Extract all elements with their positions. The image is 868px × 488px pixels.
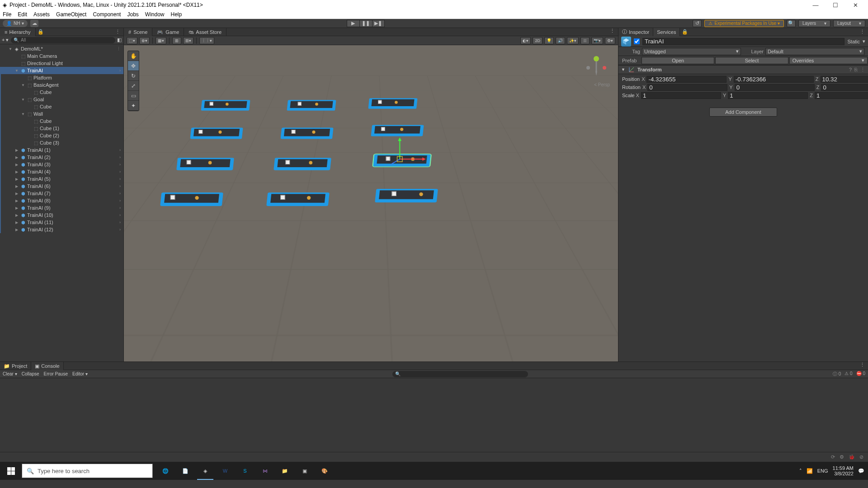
hierarchy-item-cube-w1[interactable]: Cube (1) (0, 125, 123, 132)
tag-dropdown[interactable]: Untagged▾ (642, 48, 741, 55)
hierarchy-item-basicagent[interactable]: ▼BasicAgent (0, 81, 123, 89)
hierarchy-item-directional-light[interactable]: Directional Light (0, 60, 123, 67)
draw-mode-dropdown[interactable]: ◐▾ (520, 37, 531, 44)
hierarchy-item-trainai-3[interactable]: ▶⬢TrainAI (3)› (0, 161, 123, 168)
layers-dropdown[interactable]: Layers▾ (798, 20, 830, 27)
start-button[interactable] (0, 462, 22, 480)
taskbar-search[interactable]: 🔍Type here to search (22, 464, 153, 478)
taskbar-app-word[interactable]: W (215, 462, 235, 480)
bottom-panel-menu[interactable]: ⋮ (857, 362, 868, 370)
menu-window[interactable]: Window (145, 11, 165, 18)
rotation-x-input[interactable] (647, 84, 727, 91)
fx-toggle[interactable]: ✨▾ (567, 37, 579, 44)
console-search[interactable]: 🔍 (392, 371, 528, 377)
minimize-button[interactable]: — (806, 0, 826, 10)
menu-file[interactable]: File (3, 11, 11, 18)
static-dropdown-icon[interactable]: ▾ (863, 38, 865, 44)
hierarchy-item-trainai-10[interactable]: ▶⬢TrainAI (10)› (0, 211, 123, 219)
prefab-select-button[interactable]: Select (715, 57, 788, 64)
platform-instance[interactable] (288, 97, 336, 114)
hierarchy-item-cube[interactable]: Cube (0, 89, 123, 96)
prefab-open-button[interactable]: Open (642, 57, 714, 64)
rotation-z-input[interactable] (821, 84, 868, 91)
menu-assets[interactable]: Assets (33, 11, 50, 18)
panel-lock-icon[interactable]: 🔒 (36, 29, 46, 35)
scale-link-icon[interactable]: ⍟ (630, 93, 633, 98)
menu-help[interactable]: Help (171, 11, 182, 18)
gizmos-dropdown[interactable]: ⚙▾ (605, 37, 615, 44)
platform-instance[interactable] (177, 154, 234, 174)
play-button[interactable]: ▶ (347, 20, 359, 27)
hierarchy-item-trainai-1[interactable]: ▶⬢TrainAI (1)› (0, 146, 123, 154)
hierarchy-item-cube-w2[interactable]: Cube (2) (0, 132, 123, 139)
position-x-input[interactable] (646, 76, 726, 83)
global-search-button[interactable]: 🔍 (787, 20, 796, 27)
platform-instance[interactable] (281, 124, 333, 142)
platform-instance[interactable] (376, 185, 438, 206)
orientation-gizmo[interactable] (583, 53, 610, 80)
console-clear-button[interactable]: Clear ▾ (3, 371, 17, 376)
close-button[interactable]: ✕ (845, 0, 865, 10)
taskbar-app-notepad[interactable]: 📄 (175, 462, 195, 480)
help-icon[interactable]: ? (849, 67, 852, 73)
platform-instance[interactable] (202, 97, 250, 114)
hierarchy-item-trainai-8[interactable]: ▶⬢TrainAI (8)› (0, 197, 123, 204)
console-log-area[interactable] (0, 378, 868, 452)
console-error-pause-button[interactable]: Error Pause (44, 371, 68, 376)
prefab-cube-icon[interactable] (621, 37, 631, 47)
transform-tool[interactable]: ✦ (128, 101, 139, 111)
platform-instance[interactable] (274, 154, 331, 174)
hierarchy-item-trainai-2[interactable]: ▶⬢TrainAI (2)› (0, 154, 123, 161)
camera-flare-toggle[interactable]: 📷▾ (591, 37, 603, 44)
hierarchy-search[interactable]: 🔍All (11, 37, 115, 43)
tab-hierarchy[interactable]: ≡Hierarchy (0, 28, 36, 36)
taskbar-app-chrome[interactable]: 🌐 (156, 462, 175, 480)
component-fold-icon[interactable]: ▼ (621, 67, 626, 72)
scene-row[interactable]: ▼◈DemoML*⋮ (0, 45, 123, 52)
lighting-toggle[interactable]: 💡 (544, 37, 554, 44)
platform-instance[interactable] (267, 188, 329, 210)
hierarchy-item-trainai-4[interactable]: ▶⬢TrainAI (4)› (0, 168, 123, 175)
snap-settings[interactable]: ⊞▾ (183, 37, 193, 44)
tab-console[interactable]: ▣Console (31, 362, 63, 370)
tab-project[interactable]: 📁Project (0, 362, 31, 370)
2d-toggle[interactable]: 2D (533, 37, 542, 44)
tool-handle-rotation[interactable]: ⬚▾ (127, 37, 137, 44)
console-collapse-button[interactable]: Collapse (22, 371, 39, 376)
layout-dropdown[interactable]: Layout▾ (833, 20, 865, 27)
scale-z-input[interactable] (815, 92, 868, 99)
hierarchy-item-cube-w3[interactable]: Cube (3) (0, 139, 123, 146)
context-menu-icon[interactable]: ⋮ (117, 47, 121, 51)
tray-clock[interactable]: 11:59 AM 3/8/2022 (833, 465, 854, 476)
preset-icon[interactable]: ⎘ (854, 67, 858, 73)
prefab-overrides-dropdown[interactable]: Overrides▾ (789, 57, 868, 64)
hierarchy-item-main-camera[interactable]: Main Camera (0, 52, 123, 60)
rotate-tool[interactable]: ↻ (128, 71, 139, 81)
tab-game[interactable]: 🎮Game (152, 28, 184, 36)
tab-asset-store[interactable]: 🛍Asset Store (184, 28, 226, 36)
hierarchy-item-trainai-9[interactable]: ▶⬢TrainAI (9)› (0, 204, 123, 211)
position-y-input[interactable] (734, 76, 814, 83)
hierarchy-item-cube-goal[interactable]: Cube (0, 103, 123, 110)
platform-instance[interactable] (161, 188, 223, 210)
inspector-panel-menu[interactable]: ⋮ (857, 29, 868, 35)
hierarchy-item-wall[interactable]: ▼Wall (0, 110, 123, 117)
prefab-arrow-icon[interactable]: › (119, 68, 121, 73)
hierarchy-filter-icon[interactable]: ◧ (117, 37, 122, 43)
hierarchy-item-platform[interactable]: Platform (0, 74, 123, 81)
snap-increment[interactable]: ⋮⋮▾ (199, 37, 214, 44)
menu-jobs[interactable]: Jobs (127, 11, 138, 18)
rect-tool[interactable]: ▭ (128, 91, 139, 101)
undo-history-button[interactable]: ↺ (693, 20, 702, 27)
tool-handle-position[interactable]: ⊕▾ (139, 37, 150, 44)
menu-gameobject[interactable]: GameObject (56, 11, 86, 18)
taskbar-app-paint[interactable]: 🎨 (315, 462, 335, 480)
panel-menu-button[interactable]: ⋮ (113, 29, 123, 35)
taskbar-app-unity[interactable]: ◈ (195, 462, 215, 480)
hierarchy-item-trainai-11[interactable]: ▶⬢TrainAI (11)› (0, 219, 123, 226)
platform-instance[interactable] (369, 95, 417, 112)
gameobject-active-checkbox[interactable] (634, 38, 640, 44)
scale-tool[interactable]: ⤢ (128, 81, 139, 91)
taskbar-app-terminal[interactable]: ▣ (295, 462, 315, 480)
scale-x-input[interactable] (641, 92, 721, 99)
